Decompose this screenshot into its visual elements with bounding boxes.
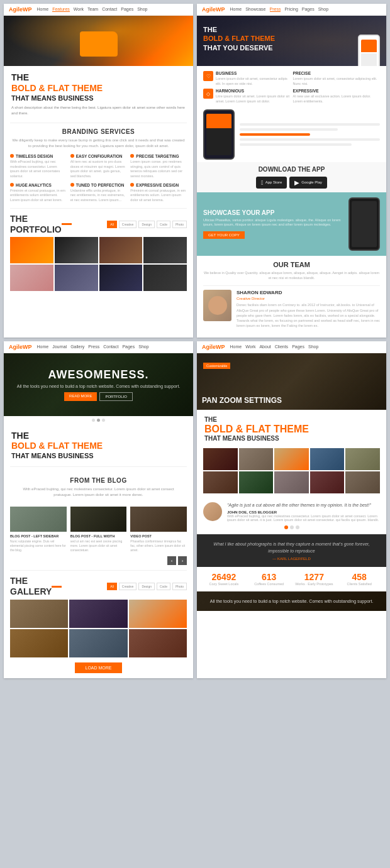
t-dot-1[interactable] [284, 525, 288, 529]
nav-1: AgileWP Home Features Work Team Contact … [4, 4, 193, 16]
nav-home-2[interactable]: Home [230, 7, 242, 12]
t-dot-3[interactable] [296, 525, 299, 529]
collage-10 [345, 471, 380, 493]
phone-row [197, 109, 386, 160]
nav-features-1[interactable]: Features [52, 7, 70, 12]
page-next[interactable]: › [178, 556, 187, 565]
team-avatar-sharon [203, 290, 231, 321]
nav-press-3[interactable]: Press [88, 344, 99, 349]
gallery-item-1[interactable] [10, 600, 68, 628]
stat-label-1: Cozy Sweet Locals [203, 582, 245, 587]
showcase-phone [348, 197, 380, 251]
gallery-item-2[interactable] [69, 600, 127, 628]
hero-app-title: THE BOLD & FLAT THEME THAT YOU DESERVE [203, 25, 275, 52]
panel-4: AgileWP Home Work About Clients Pages Sh… [197, 341, 386, 678]
gallery-accent [52, 586, 62, 588]
p4-the: THE [204, 416, 379, 423]
portfolio-item-4[interactable] [143, 237, 187, 263]
gal-filter-creative[interactable]: Creative [119, 583, 137, 590]
blog-thumb-2 [70, 507, 127, 532]
read-more-btn[interactable]: READ MORE [64, 392, 97, 401]
nav-team-1[interactable]: Team [87, 7, 98, 12]
gallery-item-3[interactable] [129, 600, 187, 628]
feature-dot-4 [10, 183, 14, 187]
nav-home-4[interactable]: Home [230, 344, 242, 349]
gal-filter-photo[interactable]: Photo [172, 583, 187, 590]
gallery-title: THE GALLERY [10, 576, 52, 597]
hero-fire [4, 16, 193, 66]
feature-title-1: TIMELESS DESIGN [10, 154, 67, 158]
filter-creative[interactable]: Creative [119, 221, 137, 228]
nav-links-2: Home Showcase Press Pricing Pages Shop [230, 7, 329, 12]
nav-clients-4[interactable]: Clients [275, 344, 288, 349]
portfolio-item-6[interactable] [55, 265, 98, 291]
download-buttons:  App Store ▶ Google Play [203, 177, 380, 189]
gallery-item-5[interactable] [69, 629, 127, 657]
filter-photo[interactable]: Photo [172, 221, 187, 228]
filter-code[interactable]: Code [157, 221, 170, 228]
nav-about-4[interactable]: About [259, 344, 270, 349]
nav-shop-4[interactable]: Shop [308, 344, 318, 349]
nav-shop-1[interactable]: Shop [137, 7, 147, 12]
nav-contact-1[interactable]: Contact [102, 7, 117, 12]
headline-3: THE BOLD & FLAT THEME THAT MEANS BUSINES… [4, 424, 193, 467]
portfolio-item-8[interactable] [143, 265, 187, 291]
app-feature-2: PRECISE Lorem ipsum dolor sit amet, cons… [293, 71, 381, 86]
stat-label-3: Works · Early Prototypes [294, 582, 335, 587]
nav-press-2[interactable]: Press [270, 7, 281, 12]
nav-gallery-3[interactable]: Gallery [70, 344, 84, 349]
blog-grid: BLOG POST - LEFT SIDEBAR Nunc vulputate … [10, 507, 187, 552]
apple-icon:  [261, 179, 264, 186]
gal-filter-all[interactable]: All [107, 583, 117, 590]
panzoom-title: PAN ZOOM SETTINGS [202, 396, 282, 405]
nav-showcase-2[interactable]: Showcase [245, 7, 265, 12]
portfolio-item-2[interactable] [55, 237, 98, 263]
nav-contact-3[interactable]: Contact [103, 344, 118, 349]
scroll-indicator [4, 416, 193, 424]
filter-all[interactable]: All [107, 221, 117, 228]
page-prev[interactable]: ‹ [167, 556, 176, 565]
team-member-sharon: SHARON EDWARD Creative Director Donec fa… [203, 285, 380, 332]
nav-pages-2[interactable]: Pages [302, 7, 315, 12]
portfolio-item-3[interactable] [99, 237, 143, 263]
nav-pages-1[interactable]: Pages [121, 7, 133, 12]
our-team-title: OUR TEAM [203, 261, 380, 268]
nav-home-1[interactable]: Home [37, 7, 49, 12]
gal-filter-code[interactable]: Code [157, 583, 170, 590]
portfolio-item-5[interactable] [10, 265, 53, 291]
portfolio-item-1[interactable] [10, 237, 53, 263]
nav-pages-3[interactable]: Pages [122, 344, 135, 349]
quote-banner: What I like about photographs is that th… [197, 534, 386, 566]
nav-home-3[interactable]: Home [37, 344, 49, 349]
app-icon-1: ♡ [203, 71, 213, 81]
nav-shop-3[interactable]: Shop [138, 344, 148, 349]
google-play-btn[interactable]: ▶ Google Play [289, 177, 327, 189]
app-icon-3: ◇ [203, 89, 213, 99]
feature-1: TIMELESS DESIGN With ePraced bujiting, q… [10, 154, 67, 179]
app-store-btn[interactable]:  App Store [256, 177, 287, 189]
collage-4 [310, 448, 345, 470]
nav-journal-3[interactable]: Journal [52, 344, 67, 349]
nav-pages-4[interactable]: Pages [292, 344, 304, 349]
load-more-btn[interactable]: LOAD MORE [75, 662, 121, 673]
stat-number-3: 1277 [294, 572, 335, 582]
panel-2: AgileWP Home Showcase Press Pricing Page… [197, 4, 386, 338]
gal-filter-design[interactable]: Design [138, 583, 155, 590]
stats-section: 26492 Cozy Sweet Locals 613 Coffees Cons… [197, 567, 386, 592]
showcase-app-btn[interactable]: GET YOUR COPY [203, 231, 245, 239]
gallery-item-6[interactable] [129, 629, 187, 657]
portfolio-item-7[interactable] [99, 265, 143, 291]
nav-work-1[interactable]: Work [74, 7, 84, 12]
android-icon: ▶ [294, 179, 299, 186]
portfolio-btn[interactable]: PORTFOLIO [99, 392, 133, 401]
gallery-item-4[interactable] [10, 629, 68, 657]
nav-3: AgileWP Home Journal Gallery Press Conta… [4, 341, 193, 353]
filter-design[interactable]: Design [138, 221, 155, 228]
app-feature-1: ♡ BUSINESS Lorem ipsum dolor sit amet, c… [203, 71, 291, 86]
t-dot-2[interactable] [290, 525, 294, 529]
our-team-desc: We believe in Quality over Quantity. ali… [203, 270, 380, 281]
blog-desc: With ePraced bujiting, qui nec molestine… [10, 486, 187, 503]
nav-pricing-2[interactable]: Pricing [284, 7, 298, 12]
nav-work-4[interactable]: Work [245, 344, 255, 349]
nav-shop-2[interactable]: Shop [318, 7, 328, 12]
